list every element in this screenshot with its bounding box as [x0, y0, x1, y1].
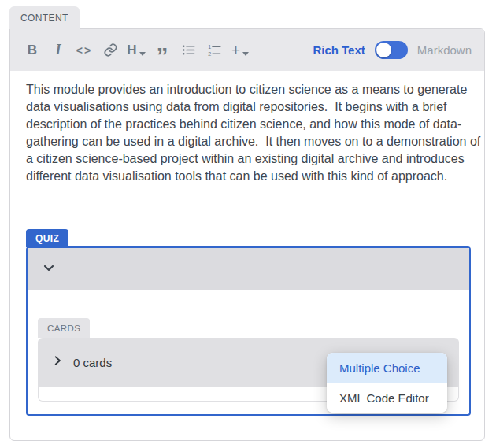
bullet-list-icon	[181, 43, 196, 57]
chevron-right-icon	[52, 355, 63, 369]
quiz-block-tab: QUIZ	[26, 229, 68, 247]
add-block-button[interactable]: +	[231, 38, 250, 63]
cards-section-tab: CARDS	[38, 318, 90, 338]
markdown-label[interactable]: Markdown	[417, 43, 472, 57]
tab-content[interactable]: CONTENT	[9, 6, 80, 29]
numbered-list-icon: 1 2	[207, 43, 222, 57]
dropdown-item-xml-code-editor[interactable]: XML Code Editor	[327, 383, 447, 413]
mode-toggle[interactable]	[375, 41, 408, 59]
editor-content[interactable]: This module provides an introduction to …	[26, 81, 484, 185]
link-button[interactable]	[101, 38, 120, 63]
quiz-collapse-header[interactable]	[28, 248, 469, 290]
bold-icon: B	[28, 43, 37, 58]
heading-icon: H	[127, 43, 136, 58]
content-panel: B I <> H ”	[9, 28, 485, 441]
blockquote-button[interactable]: ”	[153, 38, 172, 63]
italic-icon: I	[55, 42, 61, 58]
chevron-down-icon	[139, 52, 146, 56]
chevron-down-icon	[242, 52, 249, 56]
plus-icon: +	[231, 42, 240, 59]
dropdown-item-multiple-choice[interactable]: Multiple Choice	[327, 353, 447, 383]
card-type-dropdown: Multiple Choice XML Code Editor	[327, 353, 447, 413]
italic-button[interactable]: I	[49, 38, 68, 63]
cards-count-label: 0 cards	[73, 356, 112, 369]
bullet-list-button[interactable]	[179, 38, 198, 63]
numbered-list-button[interactable]: 1 2	[205, 38, 224, 63]
editor-toolbar: B I <> H ”	[10, 29, 484, 71]
code-button[interactable]: <>	[75, 38, 94, 63]
toggle-knob	[376, 43, 391, 57]
editor-mode-switch: Rich Text Markdown	[313, 41, 472, 59]
rich-text-label[interactable]: Rich Text	[313, 43, 365, 57]
svg-text:2: 2	[208, 51, 211, 57]
chevron-down-icon	[41, 260, 57, 279]
code-icon: <>	[76, 44, 92, 57]
bold-button[interactable]: B	[23, 38, 42, 63]
quote-icon: ”	[157, 44, 168, 68]
link-icon	[103, 43, 118, 57]
svg-text:1: 1	[208, 44, 211, 50]
heading-button[interactable]: H	[127, 38, 146, 63]
